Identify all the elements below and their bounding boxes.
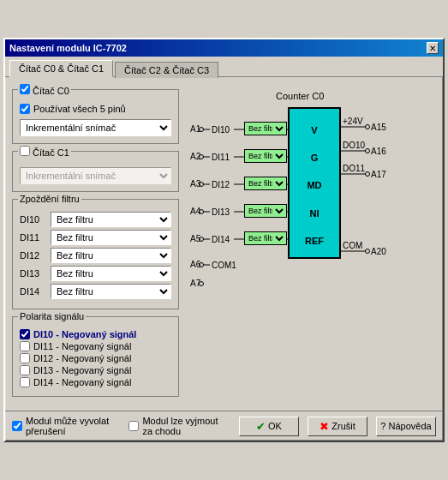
diag-filter-a2[interactable]: Bez filtru — [244, 149, 287, 163]
svg-text:NI: NI — [310, 208, 320, 219]
svg-text:A16: A16 — [371, 147, 386, 156]
svg-point-52 — [366, 172, 370, 177]
filter-di10-row: DI10 Bez filtru — [20, 212, 171, 227]
zrusit-icon: ✖ — [320, 420, 329, 433]
polarity-di10-row: DI10 - Negovaný signál — [20, 329, 171, 339]
polarity-di12-label: DI12 - Negovaný signál — [33, 353, 131, 363]
polarity-di10-checkbox[interactable] — [20, 329, 30, 339]
diag-filter-a5[interactable]: Bez filtru — [244, 231, 287, 245]
svg-text:COM1: COM1 — [212, 261, 236, 270]
polarita-label: Polarita signálu — [18, 311, 86, 321]
title-bar: Nastavení modulu IC-7702 ✕ — [5, 39, 443, 57]
ok-icon: ✔ — [256, 420, 266, 433]
filter-di13-select[interactable]: Bez filtru — [51, 266, 171, 281]
filter-di12-select[interactable]: Bez filtru — [51, 248, 171, 263]
svg-point-44 — [366, 125, 370, 129]
modul-vyjmout-label: Modul lze vyjmout za chodu — [142, 416, 222, 436]
diag-filter-a4[interactable]: Bez filtru — [244, 204, 287, 218]
svg-text:DO11: DO11 — [343, 164, 366, 173]
svg-text:DI14: DI14 — [212, 235, 230, 244]
zrusit-button[interactable]: ✖ Zrušit — [308, 417, 367, 436]
polarity-di13-row: DI13 - Negovaný signál — [20, 365, 171, 375]
snimac-c1-select[interactable]: Inkrementální snímač — [20, 167, 171, 184]
napoveda-icon: ? — [380, 421, 385, 431]
polarity-di10-label: DI10 - Negovaný signál — [33, 329, 136, 339]
polarity-di13-checkbox[interactable] — [20, 365, 30, 375]
svg-text:A20: A20 — [371, 247, 386, 256]
svg-text:DI11: DI11 — [212, 153, 230, 162]
filter-di11-row: DI11 Bez filtru — [20, 230, 171, 245]
filter-di13-row: DI13 Bez filtru — [20, 266, 171, 281]
tab-bar: Čítač C0 & Čítač C1 Čítač C2 & Čítač C3 — [5, 57, 443, 77]
polarity-di11-checkbox[interactable] — [20, 341, 30, 351]
main-content: Čítač C0 Používat všech 5 pinů Inkrement… — [5, 77, 443, 411]
polarity-di14-label: DI14 - Negovaný signál — [33, 377, 131, 387]
filter-di11-select[interactable]: Bez filtru — [51, 230, 171, 245]
polarity-di12-checkbox[interactable] — [20, 353, 30, 363]
svg-text:DI13: DI13 — [212, 207, 230, 217]
bottom-bar: Modul může vyvolat přerušení Modul lze v… — [5, 411, 443, 441]
svg-text:MD: MD — [307, 180, 321, 190]
citac-c1-label: Čítač C1 — [18, 146, 71, 158]
svg-text:REF: REF — [305, 236, 324, 246]
window-title: Nastavení modulu IC-7702 — [9, 43, 127, 53]
ok-button[interactable]: ✔ OK — [239, 417, 299, 436]
svg-text:V: V — [311, 125, 318, 135]
snimac-c0-select[interactable]: Inkrementální snímač — [20, 119, 171, 136]
modul-preruseni-container: Modul může vyvolat přerušení — [12, 416, 111, 436]
tab-citac-c0-c1[interactable]: Čítač C0 & Čítač C1 — [9, 60, 113, 77]
polarita-group: Polarita signálu DI10 - Negovaný signál … — [12, 316, 179, 397]
modul-vyjmout-checkbox[interactable] — [128, 421, 139, 431]
close-button[interactable]: ✕ — [427, 42, 439, 54]
tab-citac-c2-c3[interactable]: Čítač C2 & Čítač C3 — [115, 62, 218, 78]
svg-point-56 — [366, 249, 370, 254]
filter-di14-row: DI14 Bez filtru — [20, 284, 171, 299]
filter-di10-select[interactable]: Bez filtru — [51, 212, 171, 227]
svg-point-48 — [366, 149, 370, 153]
zpozdeni-group: Zpoždění filtru DI10 Bez filtru DI11 Bez… — [12, 199, 179, 309]
citac-c0-checkbox[interactable] — [20, 84, 30, 94]
citac-c0-label: Čítač C0 — [18, 84, 71, 96]
filter-di12-row: DI12 Bez filtru — [20, 248, 171, 263]
svg-text:DO10: DO10 — [343, 141, 366, 150]
modul-preruseni-checkbox[interactable] — [12, 421, 22, 431]
filter-di14-select[interactable]: Bez filtru — [51, 284, 171, 299]
left-panel: Čítač C0 Používat všech 5 pinů Inkrement… — [12, 84, 179, 404]
main-window: Nastavení modulu IC-7702 ✕ Čítač C0 & Čí… — [3, 38, 445, 442]
svg-text:DI12: DI12 — [212, 180, 230, 189]
zpozdeni-label: Zpoždění filtru — [18, 194, 81, 204]
napoveda-button[interactable]: ? Nápověda — [376, 417, 436, 436]
citac-c0-group: Čítač C0 Používat všech 5 pinů Inkrement… — [12, 89, 179, 144]
svg-text:A15: A15 — [371, 123, 386, 132]
svg-text:A17: A17 — [371, 170, 386, 179]
diagram-panel: Counter C0 V G MD NI REF A1 — [186, 84, 436, 404]
citac-c1-checkbox[interactable] — [20, 146, 30, 156]
polarity-di14-row: DI14 - Negovaný signál — [20, 377, 171, 387]
diagram: Counter C0 V G MD NI REF A1 — [186, 84, 436, 333]
pouzivat-checkbox[interactable] — [20, 104, 30, 114]
polarity-di13-label: DI13 - Negovaný signál — [33, 365, 131, 375]
modul-preruseni-label: Modul může vyvolat přerušení — [26, 416, 111, 436]
polarity-di12-row: DI12 - Negovaný signál — [20, 353, 171, 363]
diag-filter-a3[interactable]: Bez filtru — [244, 177, 287, 190]
svg-text:DI10: DI10 — [212, 125, 230, 135]
diagram-svg: V G MD NI REF A1 DI10 A2 — [186, 84, 434, 324]
modul-vyjmout-container: Modul lze vyjmout za chodu — [128, 416, 222, 436]
svg-text:+24V: +24V — [343, 117, 363, 126]
polarity-di11-row: DI11 - Negovaný signál — [20, 341, 171, 351]
citac-c1-group: Čítač C1 Inkrementální snímač — [12, 151, 179, 192]
diag-filter-a1[interactable]: Bez filtru — [244, 122, 287, 135]
pouzivat-row: Používat všech 5 pinů — [20, 104, 171, 114]
svg-text:COM: COM — [343, 241, 362, 250]
svg-text:G: G — [311, 153, 319, 163]
polarity-di11-label: DI11 - Negovaný signál — [33, 341, 131, 351]
polarity-di14-checkbox[interactable] — [20, 377, 30, 387]
